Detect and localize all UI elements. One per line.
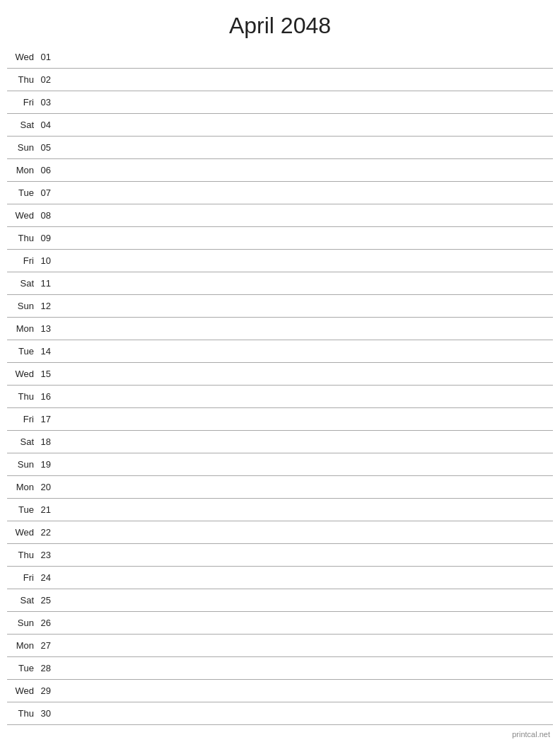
day-number: 07 — [37, 187, 57, 198]
day-name: Thu — [7, 550, 37, 560]
day-line — [57, 102, 553, 103]
day-name: Fri — [7, 414, 37, 424]
day-line — [57, 147, 553, 148]
calendar-row: Tue28 — [7, 657, 553, 680]
calendar-row: Wed08 — [7, 204, 553, 227]
day-line — [57, 600, 553, 601]
day-number: 14 — [37, 346, 57, 357]
day-number: 10 — [37, 255, 57, 266]
day-number: 17 — [37, 414, 57, 424]
calendar-row: Tue14 — [7, 340, 553, 363]
day-line — [57, 509, 553, 510]
calendar-row: Mon27 — [7, 635, 553, 657]
day-number: 20 — [37, 482, 57, 492]
day-line — [57, 532, 553, 533]
day-line — [57, 283, 553, 284]
calendar-row: Sat11 — [7, 272, 553, 295]
day-name: Wed — [7, 685, 37, 696]
day-number: 02 — [37, 74, 57, 85]
day-line — [57, 79, 553, 80]
day-name: Wed — [7, 369, 37, 379]
day-name: Sat — [7, 278, 37, 289]
day-line — [57, 215, 553, 216]
day-name: Tue — [7, 187, 37, 198]
day-number: 25 — [37, 595, 57, 606]
day-number: 13 — [37, 323, 57, 334]
day-number: 29 — [37, 685, 57, 696]
day-name: Thu — [7, 74, 37, 85]
calendar-row: Wed29 — [7, 680, 553, 702]
calendar-row: Wed15 — [7, 363, 553, 386]
day-number: 06 — [37, 165, 57, 175]
day-number: 11 — [37, 278, 57, 289]
day-number: 22 — [37, 527, 57, 538]
day-name: Thu — [7, 391, 37, 402]
calendar-row: Tue07 — [7, 182, 553, 204]
day-line — [57, 351, 553, 352]
day-name: Sun — [7, 142, 37, 153]
calendar-row: Sun26 — [7, 612, 553, 635]
day-name: Fri — [7, 572, 37, 583]
day-name: Tue — [7, 504, 37, 515]
day-line — [57, 260, 553, 261]
day-number: 16 — [37, 391, 57, 402]
day-name: Thu — [7, 233, 37, 243]
calendar-row: Wed01 — [7, 46, 553, 69]
calendar-row: Sat04 — [7, 114, 553, 137]
day-number: 04 — [37, 120, 57, 130]
day-name: Mon — [7, 482, 37, 492]
day-line — [57, 668, 553, 668]
calendar-row: Sat25 — [7, 589, 553, 612]
calendar-row: Thu02 — [7, 69, 553, 91]
day-name: Tue — [7, 663, 37, 673]
day-number: 23 — [37, 550, 57, 560]
day-line — [57, 192, 553, 193]
day-number: 28 — [37, 663, 57, 673]
day-line — [57, 555, 553, 555]
day-line — [57, 690, 553, 691]
day-number: 08 — [37, 210, 57, 221]
calendar-row: Thu23 — [7, 544, 553, 567]
day-line — [57, 328, 553, 329]
day-name: Fri — [7, 255, 37, 266]
day-number: 24 — [37, 572, 57, 583]
calendar-row: Mon06 — [7, 159, 553, 182]
day-name: Mon — [7, 323, 37, 334]
calendar-row: Sun05 — [7, 137, 553, 159]
day-number: 09 — [37, 233, 57, 243]
calendar-row: Sat18 — [7, 431, 553, 453]
day-name: Mon — [7, 640, 37, 651]
calendar-row: Tue21 — [7, 499, 553, 521]
day-line — [57, 464, 553, 465]
day-name: Sun — [7, 459, 37, 470]
calendar-row: Thu16 — [7, 386, 553, 408]
day-name: Sat — [7, 595, 37, 606]
calendar-row: Mon13 — [7, 318, 553, 340]
day-line — [57, 306, 553, 306]
day-line — [57, 396, 553, 397]
day-name: Sun — [7, 301, 37, 311]
calendar-row: Thu09 — [7, 227, 553, 250]
calendar-row: Sun12 — [7, 295, 553, 318]
day-line — [57, 713, 553, 714]
calendar-row: Mon20 — [7, 476, 553, 499]
day-number: 05 — [37, 142, 57, 153]
day-number: 15 — [37, 369, 57, 379]
day-line — [57, 238, 553, 238]
day-name: Mon — [7, 165, 37, 175]
day-name: Wed — [7, 210, 37, 221]
day-name: Fri — [7, 97, 37, 108]
day-line — [57, 487, 553, 487]
day-number: 19 — [37, 459, 57, 470]
day-number: 21 — [37, 504, 57, 515]
calendar-container: Wed01Thu02Fri03Sat04Sun05Mon06Tue07Wed08… — [0, 46, 560, 725]
day-line — [57, 57, 553, 57]
day-number: 12 — [37, 301, 57, 311]
day-name: Sat — [7, 436, 37, 447]
calendar-row: Sun19 — [7, 453, 553, 476]
day-number: 26 — [37, 618, 57, 628]
calendar-row: Fri03 — [7, 91, 553, 114]
day-line — [57, 374, 553, 374]
day-line — [57, 419, 553, 419]
day-number: 01 — [37, 52, 57, 62]
